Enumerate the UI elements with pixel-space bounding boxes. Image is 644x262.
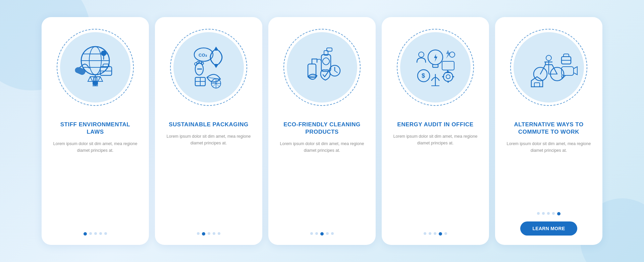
dot-1: [537, 212, 540, 215]
svg-point-47: [443, 72, 453, 81]
card-energy-audit: $ ENERGY AUDIT IN OFFICE Lorem ipsum: [382, 17, 489, 245]
card-5-desc: Lorem ipsum dolor sit dim amet, mea regi…: [504, 140, 593, 154]
card-4-desc: Lorem ipsum dolor sit dim amet, mea regi…: [391, 133, 480, 146]
svg-text:$: $: [422, 72, 425, 79]
dot-5: [331, 232, 334, 235]
dot-3: [320, 232, 324, 236]
dot-4: [439, 232, 442, 236]
dot-2: [202, 232, 205, 236]
dot-5: [218, 232, 220, 235]
dot-3: [94, 232, 97, 235]
card-3-dots: [310, 232, 334, 236]
svg-line-20: [207, 77, 220, 79]
card-2-body: SUSTAINABLE PACKAGING Lorem ipsum dolor …: [155, 118, 262, 236]
card-4-body: ENERGY AUDIT IN OFFICE Lorem ipsum dolor…: [382, 118, 489, 236]
card-alternative-commute: ALTERNATIVE WAYS TO COMMUTE TO WORK Lore…: [495, 17, 602, 245]
svg-point-42: [449, 52, 455, 57]
card-4-illustration: $: [382, 17, 489, 118]
svg-point-5: [101, 51, 106, 56]
dot-4: [552, 212, 555, 215]
dot-3: [547, 212, 550, 215]
card-2-desc: Lorem ipsum dolor sit dim amet, mea regi…: [164, 133, 253, 146]
card-5-title: ALTERNATIVE WAYS TO COMMUTE TO WORK: [504, 121, 593, 136]
svg-rect-53: [442, 61, 454, 70]
svg-rect-11: [93, 81, 98, 85]
card-4-title: ENERGY AUDIT IN OFFICE: [397, 121, 473, 128]
card-1-illustration: [42, 17, 149, 118]
dot-1: [310, 232, 313, 235]
eco-cleaning-icon: [292, 37, 352, 97]
sustainable-packaging-icon: CO₂: [178, 37, 239, 97]
card-5-body: ALTERNATIVE WAYS TO COMMUTE TO WORK Lore…: [495, 118, 602, 236]
card-3-body: ECO-FRIENDLY CLEANING PRODUCTS Lorem ips…: [268, 118, 376, 236]
dot-4: [99, 232, 102, 235]
learn-more-button[interactable]: LEARN MORE: [520, 221, 577, 236]
svg-point-60: [546, 55, 551, 61]
dot-5: [444, 232, 447, 235]
dot-2: [315, 232, 318, 235]
dot-2: [429, 232, 431, 235]
dot-4: [213, 232, 215, 235]
alternative-commute-icon: [519, 37, 579, 97]
dot-2: [89, 232, 92, 235]
svg-point-41: [419, 52, 424, 57]
card-3-desc: Lorem ipsum dolor sit dim amet, mea regi…: [278, 140, 366, 154]
card-2-title: SUSTAINABLE PACKAGING: [169, 121, 249, 128]
card-4-dots: [424, 232, 447, 236]
card-1-body: STIFF ENVIRONMENTAL LAWS Lorem ipsum dol…: [42, 118, 149, 236]
dot-2: [542, 212, 545, 215]
card-1-desc: Lorem ipsum dolor sit dim amet, mea regi…: [51, 140, 140, 154]
card-1-dots: [84, 232, 107, 236]
svg-point-18: [202, 62, 204, 64]
svg-line-36: [335, 71, 337, 73]
card-3-illustration: [268, 17, 376, 118]
dot-3: [434, 232, 436, 235]
dot-1: [424, 232, 426, 235]
dot-4: [326, 232, 329, 235]
card-2-dots: [197, 232, 220, 236]
cards-container: STIFF ENVIRONMENTAL LAWS Lorem ipsum dol…: [28, 7, 616, 255]
card-eco-cleaning: ECO-FRIENDLY CLEANING PRODUCTS Lorem ips…: [268, 17, 376, 245]
dot-3: [208, 232, 210, 235]
card-3-title: ECO-FRIENDLY CLEANING PRODUCTS: [278, 121, 366, 136]
environmental-laws-icon: [65, 37, 125, 97]
dot-5: [557, 212, 560, 215]
card-5-dots: [537, 212, 560, 215]
energy-audit-icon: $: [405, 37, 466, 97]
card-2-illustration: CO₂: [155, 17, 262, 118]
card-1-title: STIFF ENVIRONMENTAL LAWS: [51, 121, 140, 136]
card-environmental-laws: STIFF ENVIRONMENTAL LAWS Lorem ipsum dol…: [42, 17, 149, 245]
card-sustainable-packaging: CO₂: [155, 17, 262, 245]
svg-point-48: [446, 75, 450, 79]
svg-rect-64: [534, 83, 540, 87]
card-5-illustration: [495, 17, 602, 118]
dot-1: [84, 232, 87, 236]
dot-1: [197, 232, 200, 235]
svg-text:CO₂: CO₂: [199, 53, 207, 58]
dot-5: [104, 232, 107, 235]
